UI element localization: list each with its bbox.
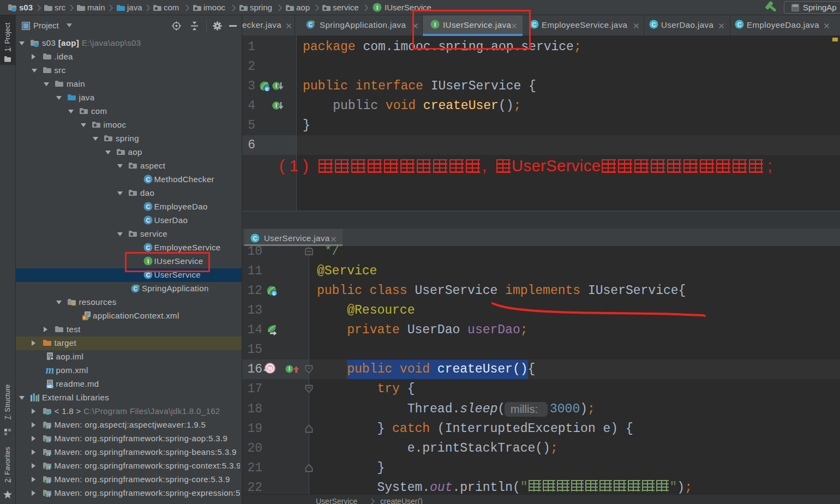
svg-text:C: C <box>146 217 150 224</box>
svg-text:C: C <box>133 286 137 292</box>
svg-text:C: C <box>308 22 312 28</box>
svg-text:C: C <box>146 272 150 278</box>
svg-text:I: I <box>275 83 277 89</box>
svg-text:C: C <box>652 21 656 28</box>
svg-text:<: < <box>83 316 86 320</box>
svg-text:c: c <box>266 86 268 92</box>
svg-text:C: C <box>146 203 150 210</box>
svg-text:I: I <box>275 103 277 109</box>
svg-text:MD: MD <box>47 385 52 388</box>
svg-text:C: C <box>532 21 537 28</box>
svg-text:C: C <box>737 21 742 28</box>
svg-text:I: I <box>289 366 290 372</box>
svg-text:C: C <box>146 244 150 251</box>
svg-text:m: m <box>45 365 54 375</box>
svg-text:C: C <box>253 235 257 242</box>
svg-text:c: c <box>273 290 275 296</box>
svg-text:C: C <box>146 176 150 183</box>
svg-text:m: m <box>268 365 273 371</box>
svg-text:I: I <box>376 4 378 11</box>
